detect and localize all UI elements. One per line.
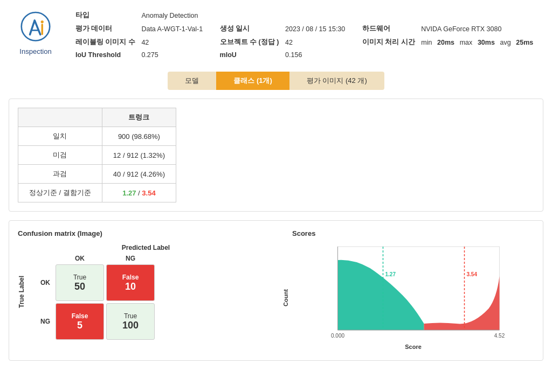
eval-data-label: 평가 데이터 bbox=[75, 22, 141, 36]
type-value: Anomaly Detection bbox=[141, 9, 543, 22]
scores-chart-panel: Scores Count 1.27 3.54 bbox=[273, 229, 534, 352]
threshold-separator: / bbox=[136, 189, 142, 197]
proc-time-label: 이미지 처리 시간 bbox=[351, 36, 422, 49]
confusion-rows: OK True 50 False 10 NG bbox=[32, 264, 260, 340]
count-label: Count bbox=[282, 289, 289, 306]
svg-text:0.000: 0.000 bbox=[331, 333, 344, 339]
confusion-matrix-panel: Confusion matrix (Image) True Label Pred… bbox=[18, 229, 260, 352]
logo-text: Inspection bbox=[19, 47, 51, 55]
cell-false-ok-label: False bbox=[72, 312, 88, 320]
proc-time-values: min 20ms max 30ms avg 25ms bbox=[421, 36, 543, 49]
type-label: 타입 bbox=[75, 9, 141, 22]
scores-svg: 1.27 3.54 0.000 4.52 bbox=[292, 244, 534, 341]
stats-row-value: 40 / 912 (4.26%) bbox=[102, 165, 176, 184]
ok-col-header: OK bbox=[56, 255, 104, 262]
stats-column-header: 트렁크 bbox=[102, 108, 176, 127]
svg-text:4.52: 4.52 bbox=[494, 333, 505, 339]
stats-row-label: 일치 bbox=[18, 127, 102, 146]
ng-col-header: NG bbox=[106, 255, 155, 262]
stats-table: 트렁크 일치900 (98.68%)미검12 / 912 (1.32%)과검40… bbox=[18, 108, 176, 202]
cell-true-ng: True 100 bbox=[106, 303, 155, 340]
hardware-value: NVIDA GeForce RTX 3080 bbox=[421, 22, 543, 36]
defect-threshold-value: 3.54 bbox=[142, 189, 155, 197]
max-label: max bbox=[460, 39, 473, 46]
svg-text:3.54: 3.54 bbox=[467, 271, 478, 277]
cell-false-ok-from-ng: False 5 bbox=[56, 303, 104, 340]
true-label-vertical: True Label bbox=[18, 276, 25, 308]
stats-row-label: 미검 bbox=[18, 146, 102, 165]
stats-row: 정상기준 / 결함기준1.27 / 3.54 bbox=[18, 184, 176, 202]
confusion-matrix-title: Confusion matrix (Image) bbox=[18, 229, 260, 237]
cell-false-ok-value: 5 bbox=[77, 320, 82, 331]
score-axis-label: Score bbox=[292, 344, 534, 350]
predicted-label-title: Predicted Label bbox=[32, 244, 260, 251]
avg-value: 25ms bbox=[516, 39, 533, 46]
miou-value: 0.156 bbox=[285, 49, 351, 61]
avg-label: avg bbox=[500, 39, 510, 46]
stats-section: 트렁크 일치900 (98.68%)미검12 / 912 (1.32%)과검40… bbox=[9, 99, 543, 212]
stats-row: 과검40 / 912 (4.26%) bbox=[18, 165, 176, 184]
stats-row-value: 1.27 / 3.54 bbox=[102, 184, 176, 202]
normal-threshold-value: 1.27 bbox=[122, 189, 136, 197]
cell-true-ok-label: True bbox=[73, 274, 86, 281]
logo-area: Inspection bbox=[9, 9, 63, 55]
eval-data-value: Data A-WGT-1-Val-1 bbox=[141, 22, 209, 36]
cell-true-ok-value: 50 bbox=[74, 281, 85, 292]
min-label: min bbox=[421, 39, 432, 46]
stats-row-value: 900 (98.68%) bbox=[102, 127, 176, 146]
cell-true-ok: True 50 bbox=[56, 264, 104, 301]
row-ok-label: OK bbox=[32, 279, 53, 286]
stats-row: 일치900 (98.68%) bbox=[18, 127, 176, 146]
confusion-wrapper: True Label Predicted Label OK NG OK True bbox=[18, 244, 260, 340]
hardware-label: 하드웨어 bbox=[351, 22, 422, 36]
gen-date-value: 2023 / 08 / 15 15:30 bbox=[285, 22, 351, 36]
tabs-bar: 모델 클래스 (1개) 평가 이미지 (42 개) bbox=[9, 72, 543, 90]
cell-false-ng-value: 10 bbox=[125, 281, 136, 292]
tab-model[interactable]: 모델 bbox=[168, 72, 216, 90]
miou-label: mIoU bbox=[209, 49, 285, 61]
label-img-label: 레이블링 이미지 수 bbox=[75, 36, 141, 49]
cell-true-ng-label: True bbox=[124, 312, 137, 320]
stats-empty-header bbox=[18, 108, 102, 127]
cell-false-ng-label: False bbox=[122, 274, 139, 281]
tab-class[interactable]: 클래스 (1개) bbox=[216, 72, 289, 90]
label-img-value: 42 bbox=[141, 36, 209, 49]
header-section: Inspection 타입 Anomaly Detection 평가 데이터 D… bbox=[9, 9, 543, 61]
charts-section: Confusion matrix (Image) True Label Pred… bbox=[9, 220, 543, 361]
gen-date-label: 생성 일시 bbox=[209, 22, 285, 36]
max-value: 30ms bbox=[478, 39, 495, 46]
stats-row-value: 12 / 912 (1.32%) bbox=[102, 146, 176, 165]
obj-count-label: 오브젝트 수 (정답 ) bbox=[209, 36, 285, 49]
obj-count-value: 42 bbox=[285, 36, 351, 49]
min-value: 20ms bbox=[437, 39, 454, 46]
confusion-inner: Predicted Label OK NG OK True 50 bbox=[32, 244, 260, 340]
scores-chart-title: Scores bbox=[292, 229, 534, 237]
iou-label: IoU Threshold bbox=[75, 49, 141, 61]
logo-icon bbox=[17, 9, 54, 46]
tab-eval-images[interactable]: 평가 이미지 (42 개) bbox=[289, 72, 384, 90]
stats-row-label: 과검 bbox=[18, 165, 102, 184]
cell-true-ng-value: 100 bbox=[122, 320, 139, 331]
cell-false-ng-from-ok: False 10 bbox=[106, 264, 155, 301]
ok-ng-header: OK NG bbox=[56, 255, 260, 262]
row-ng-label: NG bbox=[32, 318, 53, 325]
confusion-row-ok: OK True 50 False 10 bbox=[32, 264, 260, 301]
iou-value: 0.275 bbox=[141, 49, 209, 61]
svg-text:1.27: 1.27 bbox=[385, 271, 396, 277]
confusion-row-ng: NG False 5 True 100 bbox=[32, 303, 260, 340]
svg-point-0 bbox=[22, 12, 50, 41]
svg-point-1 bbox=[41, 20, 44, 23]
stats-row: 미검12 / 912 (1.32%) bbox=[18, 146, 176, 165]
stats-row-label: 정상기준 / 결함기준 bbox=[18, 184, 102, 202]
meta-info-table: 타입 Anomaly Detection 평가 데이터 Data A-WGT-1… bbox=[75, 9, 543, 61]
